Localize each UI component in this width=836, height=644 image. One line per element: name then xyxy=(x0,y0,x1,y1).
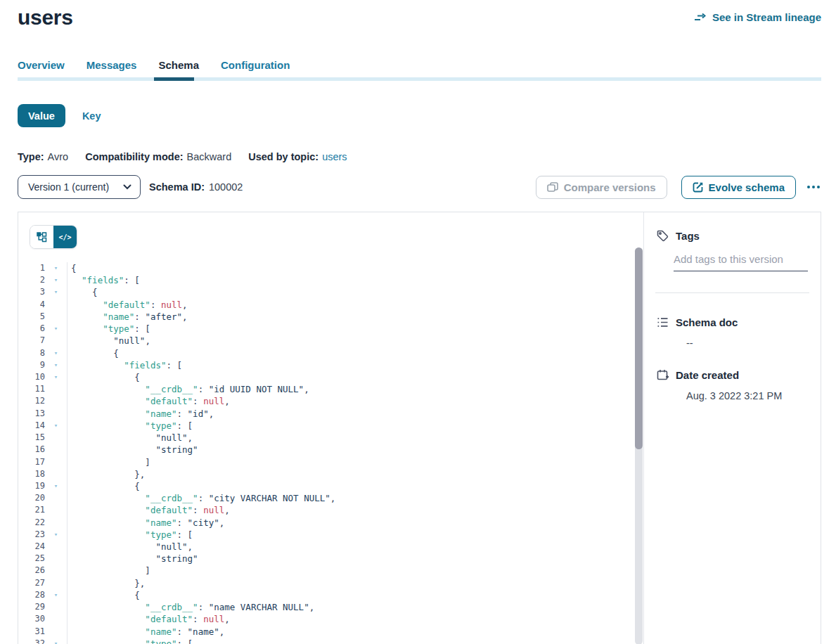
line-number: 14 xyxy=(18,420,45,432)
line-number: 17 xyxy=(18,456,45,468)
fold-toggle-icon[interactable]: ▾ xyxy=(45,589,67,601)
fold-toggle-icon[interactable]: ▾ xyxy=(45,359,67,371)
tab-messages[interactable]: Messages xyxy=(86,59,137,77)
tab-schema[interactable]: Schema xyxy=(158,59,199,77)
code-text: "__crdb__": "city VARCHAR NOT NULL", xyxy=(67,492,335,504)
tab-overview[interactable]: Overview xyxy=(18,59,65,77)
code-text: "null", xyxy=(67,335,150,347)
compare-versions-button[interactable]: Compare versions xyxy=(536,176,667,199)
compare-versions-icon xyxy=(547,182,558,193)
fold-gutter xyxy=(45,299,67,311)
fold-toggle-icon[interactable]: ▾ xyxy=(45,529,67,541)
code-text: "string" xyxy=(67,444,198,456)
code-line: 18 }, xyxy=(18,468,635,480)
fold-toggle-icon[interactable]: ▾ xyxy=(45,371,67,383)
code-line: 12 "default": null, xyxy=(18,395,635,407)
code-text: "__crdb__": "name VARCHAR NULL", xyxy=(67,601,314,613)
fold-toggle-icon[interactable]: ▾ xyxy=(45,274,67,286)
code-view-icon: </> xyxy=(58,233,71,241)
code-text: "fields": [ xyxy=(67,359,182,371)
fold-gutter xyxy=(45,468,67,480)
tags-heading: Tags xyxy=(676,230,700,242)
code-line: 15 "null", xyxy=(18,432,635,444)
code-text: "null", xyxy=(67,432,193,444)
code-scrollbar-thumb[interactable] xyxy=(635,247,643,449)
chevron-down-icon xyxy=(123,184,131,190)
fold-gutter xyxy=(45,456,67,468)
code-editor[interactable]: 1▾{2▾ "fields": [3▾ {4 "default": null,5… xyxy=(18,262,635,644)
page-header: users See in Stream lineage xyxy=(0,0,836,30)
fold-gutter xyxy=(45,383,67,395)
line-number: 1 xyxy=(18,262,45,274)
tab-underline-bar xyxy=(18,77,821,81)
fold-gutter xyxy=(45,432,67,444)
code-text: "fields": [ xyxy=(67,274,140,286)
stream-lineage-link[interactable]: See in Stream lineage xyxy=(694,11,821,23)
evolve-schema-button[interactable]: Evolve schema xyxy=(681,176,796,199)
code-text: "string" xyxy=(67,553,198,565)
code-line: 2▾ "fields": [ xyxy=(18,274,635,286)
fold-gutter xyxy=(45,335,67,347)
fold-toggle-icon[interactable]: ▾ xyxy=(45,323,67,335)
line-number: 22 xyxy=(18,517,45,529)
add-tags-input[interactable] xyxy=(674,252,808,271)
version-select-value: Version 1 (current) xyxy=(28,181,109,193)
date-created-heading: Date created xyxy=(676,369,739,381)
more-options-button[interactable] xyxy=(806,183,821,191)
fold-gutter xyxy=(45,504,67,516)
fold-toggle-icon[interactable]: ▾ xyxy=(45,262,67,274)
code-line: 4 "default": null, xyxy=(18,299,635,311)
fold-toggle-icon[interactable]: ▾ xyxy=(45,286,67,298)
tab-configuration[interactable]: Configuration xyxy=(221,59,290,77)
key-tab-link[interactable]: Key xyxy=(82,110,101,122)
list-icon xyxy=(657,317,669,328)
code-text: "name": "id", xyxy=(67,408,214,420)
tag-icon xyxy=(657,230,669,242)
line-number: 28 xyxy=(18,589,45,601)
code-text: { xyxy=(67,371,140,383)
tree-view-button[interactable] xyxy=(30,226,53,248)
fold-gutter xyxy=(45,601,67,613)
code-text: "name": "after", xyxy=(67,311,188,323)
schema-id-value: 100002 xyxy=(209,181,243,193)
line-number: 13 xyxy=(18,408,45,420)
code-text: "type": [ xyxy=(67,529,193,541)
type-value: Avro xyxy=(48,151,69,162)
code-line: 17 ] xyxy=(18,456,635,468)
code-line: 29 "__crdb__": "name VARCHAR NULL", xyxy=(18,601,635,613)
date-created-section-header: Date created xyxy=(657,369,808,381)
line-number: 30 xyxy=(18,613,45,625)
line-number: 6 xyxy=(18,323,45,335)
used-by-topic-label: Used by topic: xyxy=(248,151,319,162)
fold-gutter xyxy=(45,517,67,529)
version-select[interactable]: Version 1 (current) xyxy=(18,175,141,199)
tree-view-icon xyxy=(37,232,47,243)
code-text: }, xyxy=(67,468,145,480)
code-line: 13 "name": "id", xyxy=(18,408,635,420)
stream-lineage-label: See in Stream lineage xyxy=(712,11,821,23)
line-number: 2 xyxy=(18,274,45,286)
code-view-button[interactable]: </> xyxy=(53,226,77,248)
code-line: 26 ] xyxy=(18,565,635,577)
schema-view-toggle: </> xyxy=(30,225,77,249)
line-number: 26 xyxy=(18,565,45,577)
fold-toggle-icon[interactable]: ▾ xyxy=(45,347,67,359)
line-number: 3 xyxy=(18,286,45,298)
code-line: 19▾ { xyxy=(18,480,635,492)
code-text: "type": [ xyxy=(67,420,193,432)
code-text: "null", xyxy=(67,541,193,553)
line-number: 9 xyxy=(18,359,45,371)
fold-gutter xyxy=(45,541,67,553)
fold-toggle-icon[interactable]: ▾ xyxy=(45,420,67,432)
fold-gutter xyxy=(45,626,67,638)
code-scrollbar-track[interactable] xyxy=(635,247,643,644)
fold-toggle-icon[interactable]: ▾ xyxy=(45,480,67,492)
line-number: 27 xyxy=(18,577,45,589)
value-tab-button[interactable]: Value xyxy=(18,104,65,127)
used-by-topic-link[interactable]: users xyxy=(322,151,347,162)
code-line: 6▾ "type": [ xyxy=(18,323,635,335)
line-number: 29 xyxy=(18,601,45,613)
code-line: 8▾ { xyxy=(18,347,635,359)
active-tab-indicator xyxy=(154,77,194,81)
fold-toggle-icon[interactable]: ▾ xyxy=(45,638,67,644)
